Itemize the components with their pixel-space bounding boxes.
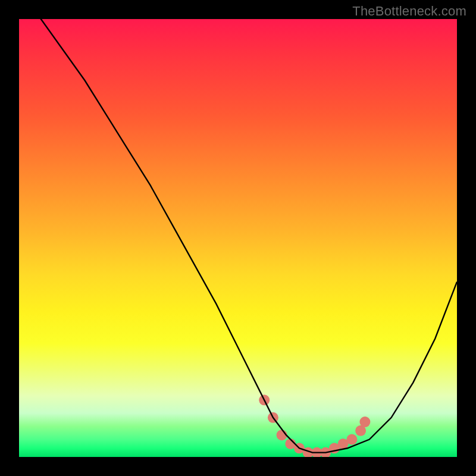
- marker-dots: [259, 394, 370, 457]
- watermark-text: TheBottleneck.com: [352, 4, 466, 19]
- curve-layer: [19, 19, 457, 457]
- plot-area: [19, 19, 457, 457]
- floor-dot: [359, 416, 370, 427]
- chart-frame: TheBottleneck.com: [0, 0, 476, 476]
- bottleneck-curve: [19, 19, 457, 453]
- floor-dot: [346, 434, 357, 445]
